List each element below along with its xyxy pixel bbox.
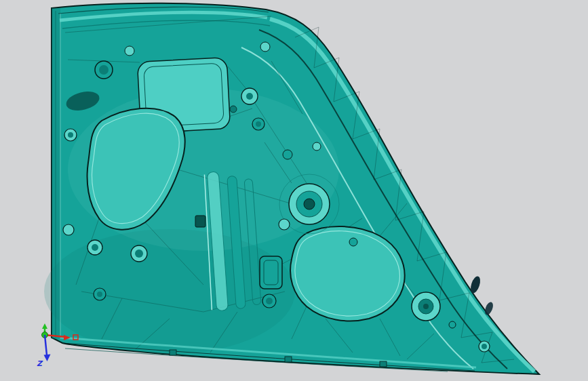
cad-viewport[interactable]: Z: [0, 0, 588, 381]
hole: [97, 292, 102, 297]
hole: [260, 42, 270, 52]
hole: [449, 321, 456, 328]
lower-right-boss: [412, 292, 440, 321]
dark-square-slot: [195, 216, 205, 227]
axis-y-arrow-icon: [42, 323, 47, 329]
model-canvas[interactable]: Z: [0, 0, 588, 381]
hole: [313, 142, 321, 151]
hole: [135, 249, 143, 258]
hole: [99, 65, 109, 75]
hole: [63, 224, 74, 235]
hole: [246, 93, 253, 100]
cutout-right: [290, 226, 405, 321]
hole: [279, 219, 290, 230]
boss-hole: [304, 199, 315, 209]
sill-clip: [170, 350, 176, 355]
hole: [68, 132, 73, 138]
lr-boss-hole: [423, 304, 429, 309]
sill-clip: [285, 357, 292, 362]
hole: [230, 106, 237, 113]
hole: [266, 298, 273, 304]
sill-clip: [380, 361, 387, 367]
axis-z-line: [45, 335, 47, 355]
hole: [256, 121, 261, 127]
access-rect: [260, 256, 282, 289]
hole: [482, 344, 487, 349]
axis-z-label: Z: [37, 359, 43, 368]
hole: [92, 244, 98, 251]
hole: [349, 238, 357, 246]
part-door-inner-panel[interactable]: [44, 3, 539, 374]
hole: [125, 46, 134, 56]
axis-z-arrow-icon: [44, 355, 51, 362]
hole: [283, 150, 292, 159]
access-rect-outer: [260, 256, 282, 289]
